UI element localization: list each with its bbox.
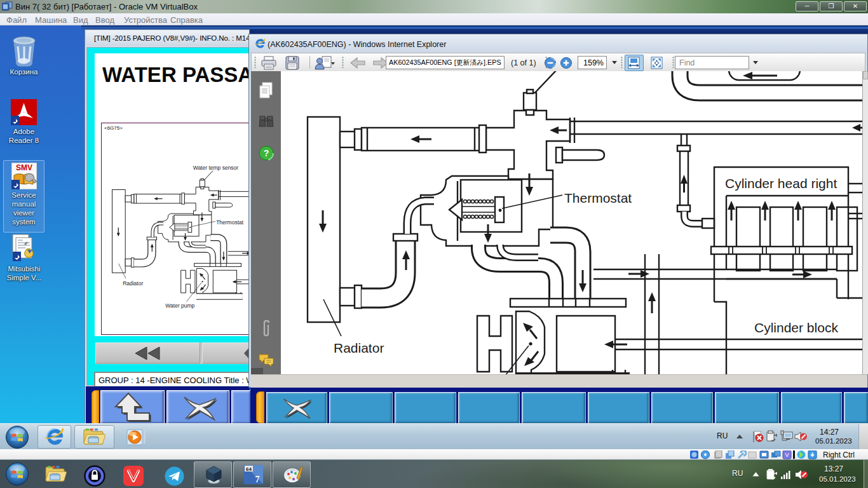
svg-text:SMV: SMV <box>16 163 32 172</box>
svg-text:V: V <box>785 452 789 458</box>
svg-text:7: 7 <box>255 475 260 484</box>
svg-text:64: 64 <box>246 466 252 472</box>
svg-text:?: ? <box>264 148 269 158</box>
